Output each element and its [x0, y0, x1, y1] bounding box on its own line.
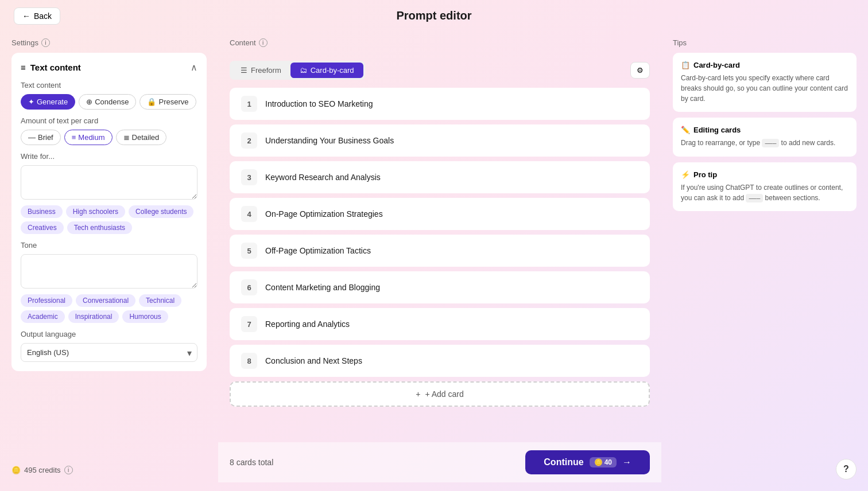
settings-info-icon[interactable]: i — [41, 38, 50, 47]
tab-card-by-card[interactable]: 🗂 Card-by-card — [290, 63, 363, 78]
tip-1-icon: 📋 — [681, 61, 690, 69]
tone-input[interactable] — [21, 254, 197, 289]
write-for-tags: Business High schoolers College students… — [21, 205, 197, 234]
lock-icon: 🔒 — [147, 98, 156, 106]
continue-label: Continue — [544, 457, 583, 467]
page-title: Prompt editor — [396, 9, 471, 22]
card-icon: 🗂 — [300, 66, 307, 75]
settings-card-title: ≡ Text content — [21, 63, 81, 72]
card-title: Conclusion and Next Steps — [265, 356, 362, 365]
freeform-icon: ☰ — [241, 66, 247, 75]
tip-3-icon: ⚡ — [681, 170, 690, 179]
filter-button[interactable]: ⚙ — [630, 62, 650, 79]
back-label: Back — [34, 11, 52, 21]
tag-college-students[interactable]: College students — [129, 205, 193, 218]
back-button[interactable]: ← Back — [14, 7, 60, 25]
card-title: Introduction to SEO Marketing — [265, 99, 373, 108]
credits-small-icon: 🪙 — [594, 458, 603, 466]
help-button[interactable]: ? — [836, 459, 857, 480]
tab-freeform[interactable]: ☰ Freeform — [231, 63, 290, 78]
card-title: On-Page Optimization Strategies — [265, 209, 383, 219]
tip-card-3: ⚡ Pro tip If you're using ChatGPT to cre… — [673, 162, 857, 212]
write-for-input[interactable] — [21, 165, 197, 200]
tag-humorous[interactable]: Humorous — [122, 310, 168, 323]
settings-label: Settings i — [11, 38, 207, 47]
credits-info-icon[interactable]: i — [64, 466, 73, 474]
tone-label: Tone — [21, 241, 197, 250]
tag-tech-enthusiasts[interactable]: Tech enthusiasts — [67, 221, 132, 234]
tag-creatives[interactable]: Creatives — [21, 221, 64, 234]
table-row: 2 Understanding Your Business Goals — [230, 124, 650, 157]
tips-label: Tips — [673, 38, 857, 47]
tag-conversational[interactable]: Conversational — [76, 294, 135, 307]
detailed-icon: ≣ — [123, 133, 130, 142]
amount-label: Amount of text per card — [21, 116, 197, 125]
tag-professional[interactable]: Professional — [21, 294, 72, 307]
tag-academic[interactable]: Academic — [21, 310, 65, 323]
card-number: 3 — [241, 169, 257, 185]
card-title: Keyword Research and Analysis — [265, 173, 381, 182]
generate-button[interactable]: ✦ Generate — [21, 94, 75, 110]
medium-button[interactable]: ≡ Medium — [64, 130, 113, 145]
filter-icon: ⚙ — [637, 66, 644, 75]
table-row: 5 Off-Page Optimization Tactics — [230, 235, 650, 267]
tips-panel: Tips 📋 Card-by-card Card-by-card lets yo… — [661, 32, 868, 482]
cards-list: 1 Introduction to SEO Marketing 2 Unders… — [230, 88, 650, 435]
card-number: 5 — [241, 243, 257, 259]
tab-row: ☰ Freeform 🗂 Card-by-card ⚙ — [230, 61, 650, 80]
table-row: 3 Keyword Research and Analysis — [230, 161, 650, 193]
tag-business[interactable]: Business — [21, 205, 63, 218]
preserve-button[interactable]: 🔒 Preserve — [140, 94, 196, 110]
credits-bar: 🪙 495 credits i — [0, 458, 218, 482]
tag-inspirational[interactable]: Inspirational — [68, 310, 119, 323]
amount-options: — Brief ≡ Medium ≣ Detailed — [21, 130, 197, 145]
compress-icon: ⊕ — [86, 98, 92, 106]
tip-1-title: 📋 Card-by-card — [681, 61, 848, 69]
collapse-button[interactable]: ∧ — [191, 62, 197, 73]
card-title: Content Marketing and Blogging — [265, 283, 380, 292]
code-divider-2: ——— — [746, 194, 763, 202]
plus-icon: + — [416, 389, 420, 399]
card-number: 8 — [241, 353, 257, 369]
text-content-label: Text content — [21, 81, 197, 89]
card-number: 6 — [241, 279, 257, 295]
output-language-select[interactable]: English (US) English (UK) Spanish French — [21, 343, 197, 362]
brief-button[interactable]: — Brief — [21, 130, 61, 145]
tip-card-1: 📋 Card-by-card Card-by-card lets you spe… — [673, 53, 857, 112]
write-for-label: Write for... — [21, 152, 197, 161]
tip-3-text: If you're using ChatGPT to create outlin… — [681, 182, 848, 204]
tip-card-2: ✏️ Editing cards Drag to rearrange, or t… — [673, 118, 857, 157]
output-language-wrapper: English (US) English (UK) Spanish French… — [21, 343, 197, 362]
tag-high-schoolers[interactable]: High schoolers — [66, 205, 125, 218]
continue-button[interactable]: Continue 🪙 40 → — [525, 450, 650, 474]
settings-card: ≡ Text content ∧ Text content ✦ Generate… — [11, 53, 207, 371]
table-row: 4 On-Page Optimization Strategies — [230, 198, 650, 230]
credits-icon: 🪙 — [11, 466, 21, 474]
detailed-button[interactable]: ≣ Detailed — [116, 130, 167, 145]
question-mark-icon: ? — [843, 464, 849, 474]
sparkle-icon: ✦ — [28, 98, 34, 106]
card-number: 2 — [241, 133, 257, 149]
table-row: 6 Content Marketing and Blogging — [230, 271, 650, 303]
output-language-label: Output language — [21, 330, 197, 338]
tab-group: ☰ Freeform 🗂 Card-by-card — [230, 61, 365, 80]
content-info-icon[interactable]: i — [259, 38, 268, 47]
table-row: 7 Reporting and Analytics — [230, 308, 650, 340]
header: ← Back Prompt editor — [0, 0, 868, 32]
condense-button[interactable]: ⊕ Condense — [79, 94, 136, 110]
text-content-options: ✦ Generate ⊕ Condense 🔒 Preserve — [21, 94, 197, 110]
card-title: Off-Page Optimization Tactics — [265, 246, 371, 255]
table-row: 1 Introduction to SEO Marketing — [230, 88, 650, 120]
tag-technical[interactable]: Technical — [139, 294, 181, 307]
settings-panel: Settings i ≡ Text content ∧ Text content… — [0, 32, 218, 482]
list-icon: ≡ — [21, 63, 26, 72]
brief-icon: — — [28, 133, 36, 142]
card-title: Reporting and Analytics — [265, 319, 350, 329]
table-row: 8 Conclusion and Next Steps — [230, 345, 650, 377]
content-header: Content i — [230, 38, 650, 53]
tip-2-icon: ✏️ — [681, 126, 690, 134]
cards-total: 8 cards total — [230, 458, 273, 467]
tip-3-title: ⚡ Pro tip — [681, 170, 848, 179]
bottom-bar: 8 cards total Continue 🪙 40 → — [218, 442, 661, 482]
add-card-button[interactable]: + + Add card — [230, 381, 650, 407]
